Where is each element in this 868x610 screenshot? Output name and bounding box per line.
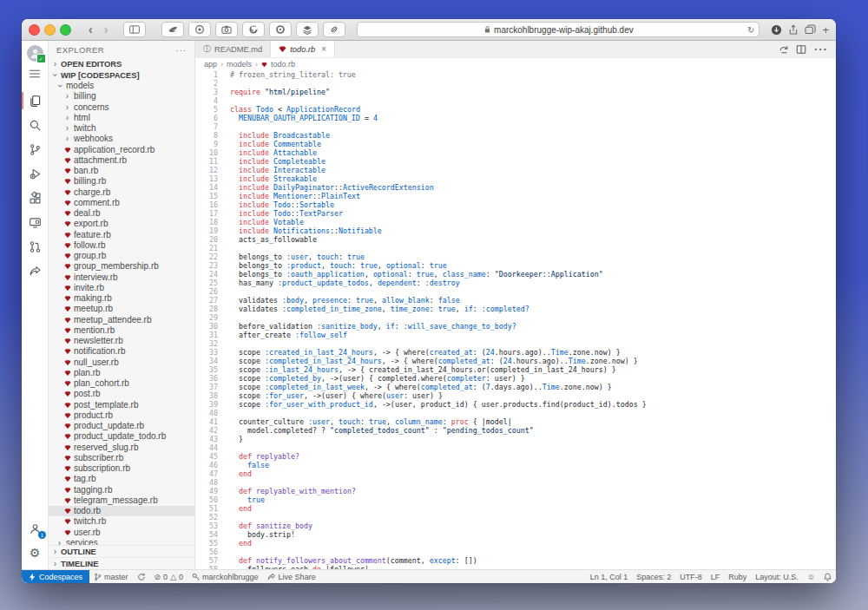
tree-item-null-user-rb[interactable]: null_user.rb: [49, 357, 194, 368]
tree-item-plan-rb[interactable]: plan.rb: [49, 368, 194, 378]
tree-item-export-rb[interactable]: export.rb: [49, 219, 194, 229]
tree-item-subscription-rb[interactable]: subscription.rb: [49, 463, 194, 474]
tree-item-interview-rb[interactable]: interview.rb: [49, 272, 194, 283]
branch-indicator[interactable]: master: [89, 570, 133, 583]
breadcrumb[interactable]: app› models› todo.rb: [195, 58, 836, 70]
problems-indicator[interactable]: ⊘ 0 △ 0: [150, 570, 188, 583]
codespaces-avatar[interactable]: ✓: [27, 45, 43, 62]
tab-todo[interactable]: todo.rb ×: [271, 41, 335, 57]
tree-item-notification-rb[interactable]: notification.rb: [49, 346, 194, 357]
tree-item-product-update-rb[interactable]: product_update.rb: [49, 421, 194, 431]
tree-item-subscriber-rb[interactable]: subscriber.rb: [49, 453, 194, 463]
menu-button[interactable]: [22, 64, 48, 83]
tree-item-tag-rb[interactable]: tag.rb: [49, 474, 194, 484]
content-blocker-extension-button[interactable]: [161, 22, 184, 37]
outline-section[interactable]: › OUTLINE: [49, 545, 194, 557]
tree-item-mention-rb[interactable]: mention.rb: [49, 325, 194, 336]
search-activity-button[interactable]: [22, 113, 48, 137]
minimize-window-button[interactable]: [44, 24, 56, 36]
sync-button[interactable]: [133, 570, 150, 583]
tree-item-twitch[interactable]: ›twitch: [49, 123, 194, 134]
downloads-button[interactable]: [771, 24, 782, 36]
close-tab-icon[interactable]: ×: [321, 44, 326, 54]
tree-item-meetup-attendee-rb[interactable]: meetup_attendee.rb: [49, 315, 194, 325]
tree-item-post-template-rb[interactable]: post_template.rb: [49, 400, 194, 410]
tree-item-product-update-todo-rb[interactable]: product_update_todo.rb: [49, 431, 194, 442]
explorer-activity-button[interactable]: [22, 89, 48, 113]
tree-item-telegram-message-rb[interactable]: telegram_message.rb: [49, 495, 194, 506]
extensions-activity-button[interactable]: [22, 186, 48, 210]
live-share-status-item[interactable]: Live Share: [263, 570, 320, 583]
tree-item-todo-rb[interactable]: todo.rb: [49, 506, 194, 516]
tree-item-tagging-rb[interactable]: tagging.rb: [49, 485, 194, 495]
indentation[interactable]: Spaces: 2: [632, 570, 675, 583]
tree-item-follow-rb[interactable]: follow.rb: [49, 240, 194, 251]
remote-explorer-activity-button[interactable]: [22, 210, 48, 234]
tree-item-user-rb[interactable]: user.rb: [49, 528, 194, 538]
tree-item-making-rb[interactable]: making.rb: [49, 293, 194, 304]
link-extension-button[interactable]: [323, 22, 345, 37]
zoom-window-button[interactable]: [60, 24, 71, 36]
minimap[interactable]: [770, 73, 829, 161]
tree-item-application-record-rb[interactable]: application_record.rb: [49, 145, 194, 155]
tree-item-html[interactable]: ›html: [49, 113, 194, 123]
open-editors-section[interactable]: › OPEN EDITORS: [49, 58, 194, 69]
tree-item-reserved-slug-rb[interactable]: reserved_slug.rb: [49, 443, 194, 453]
keyboard-layout[interactable]: Layout: U.S.: [751, 570, 803, 583]
tab-overview-button[interactable]: [805, 24, 816, 35]
encoding[interactable]: UTF-8: [675, 570, 707, 583]
tree-item-group-membership-rb[interactable]: group_membership.rb: [49, 261, 194, 272]
tree-item-group-rb[interactable]: group.rb: [49, 251, 194, 261]
tree-item-deal-rb[interactable]: deal.rb: [49, 208, 194, 219]
tree-item-product-rb[interactable]: product.rb: [49, 410, 194, 421]
tree-item-plan-cohort-rb[interactable]: plan_cohort.rb: [49, 378, 194, 389]
camera-extension-button[interactable]: [215, 22, 238, 37]
close-window-button[interactable]: [29, 24, 40, 36]
workspace-section[interactable]: › WIP [CODESPACES]: [49, 69, 194, 81]
open-changes-icon[interactable]: [779, 44, 789, 55]
tree-item-post-rb[interactable]: post.rb: [49, 389, 194, 399]
tab-readme[interactable]: ⓘ README.md: [195, 41, 271, 57]
target-extension-button[interactable]: [269, 22, 292, 37]
notifications-button[interactable]: [819, 570, 836, 583]
tree-item-twitch-rb[interactable]: twitch.rb: [49, 516, 194, 527]
forward-button[interactable]: ›: [101, 23, 112, 36]
tree-item-feature-rb[interactable]: feature.rb: [49, 230, 194, 240]
tree-item-ban-rb[interactable]: ban.rb: [49, 166, 194, 176]
tree-item-models[interactable]: ›models: [49, 81, 194, 91]
github-extension-button[interactable]: [242, 22, 265, 37]
tree-item-invite-rb[interactable]: invite.rb: [49, 283, 194, 293]
account-status-item[interactable]: marckohlbrugge: [187, 570, 263, 583]
timeline-section[interactable]: › TIMELINE: [49, 557, 194, 569]
code-editor[interactable]: 1# frozen_string_literal: true2 3require…: [195, 70, 836, 569]
cursor-position[interactable]: Ln 1, Col 1: [586, 570, 633, 583]
account-button[interactable]: 1: [22, 516, 48, 541]
tree-item-billing-rb[interactable]: billing.rb: [49, 176, 194, 187]
remote-indicator[interactable]: Codespaces: [22, 570, 89, 583]
sidebar-toggle-button[interactable]: [123, 22, 146, 37]
layers-extension-button[interactable]: [296, 22, 319, 37]
explorer-more-actions[interactable]: ···: [176, 45, 187, 55]
source-control-activity-button[interactable]: [22, 137, 48, 161]
back-button[interactable]: ‹: [85, 23, 96, 36]
address-bar[interactable]: marckohlbrugge-wip-akaj.github.dev ↻: [357, 22, 760, 37]
tree-item-charge-rb[interactable]: charge.rb: [49, 187, 194, 198]
tree-item-comment-rb[interactable]: comment.rb: [49, 198, 194, 208]
language-mode[interactable]: Ruby: [724, 570, 751, 583]
badge-extension-button[interactable]: [188, 22, 211, 37]
settings-button[interactable]: ⚙: [22, 541, 48, 565]
editor-more-actions[interactable]: ⋯: [813, 41, 827, 57]
github-pr-activity-button[interactable]: [22, 234, 48, 259]
eol[interactable]: LF: [707, 570, 725, 583]
tree-item-webhooks[interactable]: ›webhooks: [49, 134, 194, 144]
split-editor-icon[interactable]: [796, 44, 806, 55]
tree-item-billing[interactable]: ›billing: [49, 91, 194, 102]
live-share-activity-button[interactable]: [22, 259, 48, 283]
tree-item-newsletter-rb[interactable]: newsletter.rb: [49, 336, 194, 346]
run-debug-activity-button[interactable]: [22, 161, 48, 186]
new-tab-button[interactable]: +: [822, 24, 829, 36]
tree-item-services[interactable]: ›services: [49, 538, 194, 545]
tree-item-meetup-rb[interactable]: meetup.rb: [49, 304, 194, 314]
share-button[interactable]: [788, 24, 799, 36]
reload-icon[interactable]: ↻: [747, 25, 754, 35]
